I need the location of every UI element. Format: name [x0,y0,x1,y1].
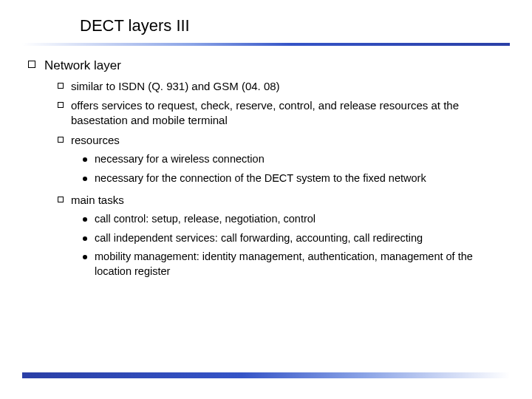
square-bullet-icon [58,102,64,108]
slide: DECT layers III Network layer similar to… [0,0,532,399]
item-text: mobility management: identity management… [95,250,510,279]
footer-bar [22,372,510,378]
dot-bullet-icon [83,255,87,259]
item-text: main tasks [71,193,124,208]
list-item: Network layer [28,58,510,75]
content-area: Network layer similar to ISDN (Q. 931) a… [28,58,510,284]
list-item: main tasks [58,193,510,208]
dot-bullet-icon [83,157,87,162]
list-item: call control: setup, release, negotiatio… [83,212,510,227]
list-item: necessary for a wireless connection [83,152,510,167]
slide-title: DECT layers III [80,16,190,35]
sub-sublist: necessary for a wireless connection nece… [83,152,510,185]
square-bullet-icon [58,197,64,202]
list-item: offers services to request, check, reser… [58,98,510,129]
item-text: similar to ISDN (Q. 931) and GSM (04. 08… [71,79,280,94]
dot-bullet-icon [83,236,87,241]
square-bullet-icon [58,83,64,89]
list-item: necessary for the connection of the DECT… [83,171,510,186]
title-underline [22,43,510,46]
item-text: resources [71,133,120,148]
list-item: resources [58,133,510,148]
sublist: similar to ISDN (Q. 931) and GSM (04. 08… [58,79,510,279]
item-text: necessary for a wireless connection [95,152,265,167]
item-text: call control: setup, release, negotiatio… [95,212,316,227]
item-text: necessary for the connection of the DECT… [95,171,426,186]
list-item: mobility management: identity management… [83,250,510,279]
square-bullet-icon [28,61,35,68]
sub-sublist: call control: setup, release, negotiatio… [83,212,510,279]
list-item: similar to ISDN (Q. 931) and GSM (04. 08… [58,79,510,94]
item-text: call independent services: call forwardi… [95,231,423,246]
heading-text: Network layer [44,58,121,75]
list-item: call independent services: call forwardi… [83,231,510,246]
square-bullet-icon [58,137,64,143]
item-text: offers services to request, check, reser… [71,98,510,129]
dot-bullet-icon [83,217,87,222]
dot-bullet-icon [83,177,87,181]
